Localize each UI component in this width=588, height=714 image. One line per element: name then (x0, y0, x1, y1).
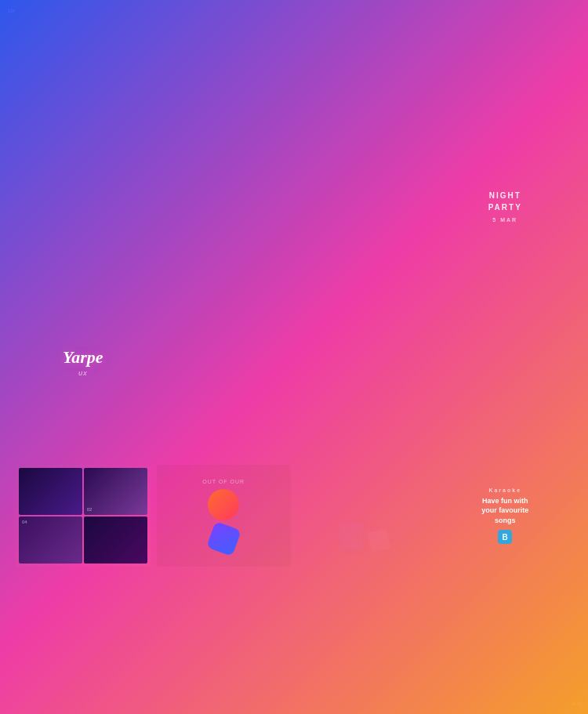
item-image-animation: OUT OF OUR (157, 465, 292, 567)
grid-row-3: 02 04 Poster cards Graphic Design (16, 465, 572, 613)
grid-item-music[interactable]: Karaoke Have fun withyour favouritesongs… (438, 465, 573, 613)
item-image-poster: 02 04 (16, 465, 151, 567)
item-image-music: Karaoke Have fun withyour favouritesongs… (438, 465, 573, 567)
page-wrapper: What We Do Lorem ipsum dolor sit amet, c… (0, 0, 588, 662)
